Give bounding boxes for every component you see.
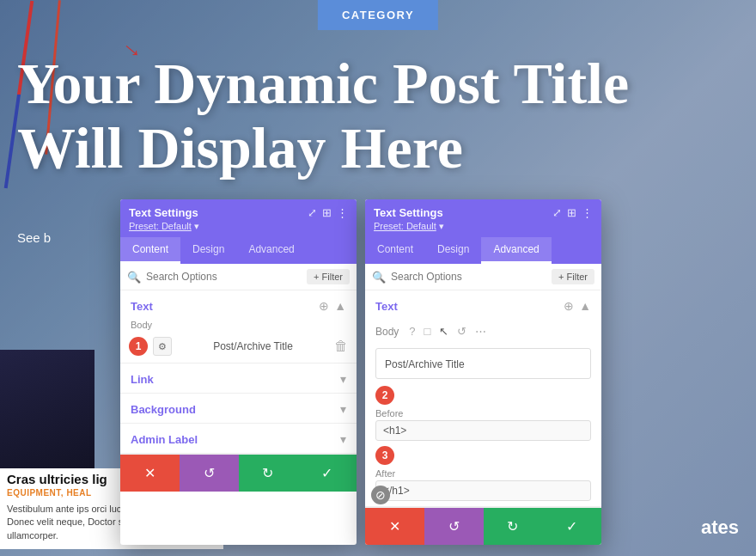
main-title-line1: Your Dynamic Post Title [17,52,739,116]
panel1-background-section: Background ▾ [120,394,357,424]
main-title-line2: Will Display Here [17,116,739,180]
panel1-background-title: Background [131,403,196,416]
section-chevron-icon[interactable]: ▲ [334,299,346,313]
toolbar-help-icon[interactable]: ? [407,323,417,339]
tab-design-1[interactable]: Design [180,237,236,264]
panel2-after-field: 3 After </h1> [375,446,591,501]
panel1-search: 🔍 + Filter [120,264,357,290]
panel1-columns-icon[interactable]: ⊞ [322,206,332,219]
panel2-text-section-header[interactable]: Text ⊕ ▲ [365,290,601,320]
filter-button-2[interactable]: + Filter [552,269,594,284]
panel2-body-label: Body [375,326,399,338]
panel1-cancel-btn[interactable]: ✕ [120,455,180,492]
panel1-link-section: Link ▾ [120,364,357,394]
panel2-post-archive-box: Post/Archive Title [375,348,591,379]
panel1-resize-icon[interactable]: ⤢ [308,206,317,219]
panel2-body: Text ⊕ ▲ Body ? □ ↖ ↺ ⋯ Post/A [365,290,601,507]
panel2-columns-icon[interactable]: ⊞ [567,206,576,219]
bottom-right-text: ates [701,516,739,539]
panel1-admin-title: Admin Label [131,433,198,446]
panel1-title: Text Settings [129,206,198,219]
search-icon-1: 🔍 [127,271,141,284]
panel1-more-icon[interactable]: ⋮ [337,206,348,219]
toolbar-more-icon[interactable]: ⋯ [473,323,488,339]
panel2-reset-btn[interactable]: ↺ [424,508,484,545]
search-icon-2: 🔍 [372,271,386,284]
tab-design-2[interactable]: Design [425,237,481,264]
panel1-header: Text Settings ⤢ ⊞ ⋮ Preset: Default ▾ [120,199,357,237]
field-settings-icon[interactable]: ⚙ [153,337,172,356]
step-badge-2: 2 [375,386,394,405]
panel2: Text Settings ⤢ ⊞ ⋮ Preset: Default ▾ Co… [365,199,601,545]
panel2-post-archive-title: Post/Archive Title [385,358,465,370]
panel2-title: Text Settings [374,206,443,219]
panel1-reset-btn[interactable]: ↺ [180,455,239,492]
panel2-more-icon[interactable]: ⋮ [582,206,593,219]
panel2-redo-btn[interactable]: ↻ [484,508,543,545]
panel2-resize-icon[interactable]: ⤢ [552,206,562,219]
panel1-header-top: Text Settings ⤢ ⊞ ⋮ [129,206,348,219]
panel1-text-section-title: Text [131,300,153,313]
toolbar-reset-icon[interactable]: ↺ [455,323,468,339]
panel1-text-section: Text ⊕ ▲ Body 1 ⚙ Post/Archive Title 🗑 [120,290,357,364]
panel1-text-section-header[interactable]: Text ⊕ ▲ [120,290,357,320]
panel2-text-section-title: Text [375,300,398,313]
after-label: After [375,468,591,479]
step-badge-3: 3 [375,446,394,465]
panel2-cancel-btn[interactable]: ✕ [365,508,424,545]
search-input-1[interactable] [146,271,302,283]
before-value: <h1> [375,420,591,441]
panel2-header-top: Text Settings ⤢ ⊞ ⋮ [374,206,593,219]
p2-section-chevron-icon[interactable]: ▲ [579,299,591,313]
toolbar-cursor-icon[interactable]: ↖ [437,323,450,339]
panel1-redo-btn[interactable]: ↻ [239,455,298,492]
panels-container: Text Settings ⤢ ⊞ ⋮ Preset: Default ▾ Co… [120,199,601,545]
panel1-header-icons: ⤢ ⊞ ⋮ [308,206,348,219]
panel2-search: 🔍 + Filter [365,264,601,290]
panel1-admin-section: Admin Label ▾ [120,424,357,454]
category-button[interactable]: CATEGORY [318,0,438,30]
tab-advanced-2[interactable]: Advanced [481,237,551,264]
panel1-link-section-header[interactable]: Link ▾ [120,364,357,393]
panel1: Text Settings ⤢ ⊞ ⋮ Preset: Default ▾ Co… [120,199,357,545]
after-value: </h1> [375,480,591,501]
panel2-tabs: Content Design Advanced [365,237,601,264]
panel1-background-section-header[interactable]: Background ▾ [120,394,357,423]
step-badge-1: 1 [129,337,148,356]
panel1-preset: Preset: Default ▾ [129,221,348,232]
link-chevron-icon[interactable]: ▾ [340,372,346,386]
see-text: See b [17,230,51,245]
panel1-footer: ✕ ↺ ↻ ✓ [120,454,357,492]
panel1-tabs: Content Design Advanced [120,237,357,264]
panel2-body-toolbar: Body ? □ ↖ ↺ ⋯ [365,320,601,345]
main-title: Your Dynamic Post Title Will Display Her… [17,52,739,180]
p2-section-add-icon[interactable]: ⊕ [564,299,574,313]
tab-advanced-1[interactable]: Advanced [236,237,306,264]
disabled-circle-icon: ⊘ [371,486,390,504]
panel2-header-icons: ⤢ ⊞ ⋮ [552,206,593,219]
tab-content-1[interactable]: Content [120,237,180,264]
panel1-link-title: Link [131,373,154,386]
panel1-admin-section-header[interactable]: Admin Label ▾ [120,424,357,453]
panel2-before-field: 2 Before <h1> [375,386,591,441]
field-value-1: Post/Archive Title [177,340,329,352]
before-label: Before [375,408,591,419]
panel1-text-section-icons: ⊕ ▲ [319,299,346,313]
panel2-footer: ✕ ↺ ↻ ✓ [365,507,601,545]
panel2-text-section-icons: ⊕ ▲ [564,299,591,313]
toolbar-box-icon[interactable]: □ [423,323,433,339]
panel1-confirm-btn[interactable]: ✓ [297,455,357,492]
panel2-preset: Preset: Default ▾ [374,221,593,232]
background-chevron-icon[interactable]: ▾ [340,402,346,416]
panel1-body-label: Body [120,320,357,333]
filter-button-1[interactable]: + Filter [307,269,350,284]
panel2-confirm-btn[interactable]: ✓ [542,508,601,545]
search-input-2[interactable] [391,271,546,283]
panel1-field-row: 1 ⚙ Post/Archive Title 🗑 [120,333,357,363]
panel2-header: Text Settings ⤢ ⊞ ⋮ Preset: Default ▾ [365,199,601,237]
panel2-text-section: Text ⊕ ▲ Body ? □ ↖ ↺ ⋯ Post/A [365,290,601,507]
section-add-icon[interactable]: ⊕ [319,299,329,313]
tab-content-2[interactable]: Content [365,237,425,264]
field-delete-icon[interactable]: 🗑 [334,339,348,354]
admin-chevron-icon[interactable]: ▾ [340,432,346,446]
